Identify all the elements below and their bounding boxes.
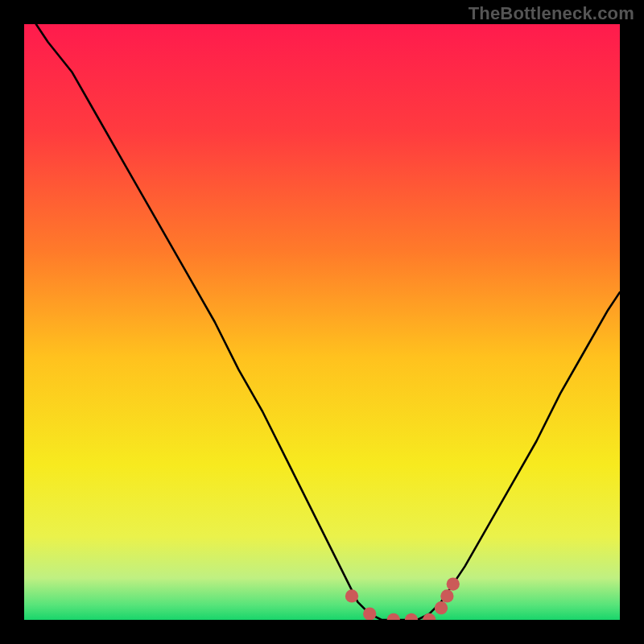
- watermark-text: TheBottleneck.com: [469, 3, 634, 24]
- highlight-dot: [447, 577, 460, 590]
- plot-area: [24, 24, 620, 620]
- highlight-dot: [440, 589, 453, 602]
- highlight-dot: [387, 613, 400, 620]
- highlight-dot: [405, 613, 418, 620]
- curve-layer: [24, 24, 620, 620]
- highlight-dot: [423, 613, 436, 620]
- highlight-dots: [345, 577, 460, 620]
- chart-frame: TheBottleneck.com: [0, 0, 644, 644]
- bottleneck-curve: [36, 24, 620, 620]
- highlight-dot: [363, 607, 376, 620]
- highlight-dot: [345, 589, 358, 602]
- highlight-dot: [435, 601, 448, 614]
